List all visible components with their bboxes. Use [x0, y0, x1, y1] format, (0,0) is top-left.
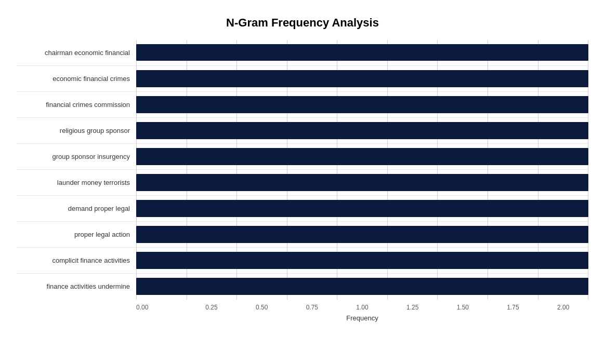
- bar-fill: [136, 70, 588, 87]
- table-row: group sponsor insurgency: [17, 144, 588, 170]
- bar-label: financial crimes commission: [17, 101, 136, 109]
- bar-label: religious group sponsor: [17, 127, 136, 134]
- x-tick-2: 0.50: [236, 304, 287, 311]
- bar-fill: [136, 122, 588, 139]
- x-tick-0: 0.00: [136, 304, 187, 311]
- bar-label: launder money terrorists: [17, 179, 136, 186]
- x-tick-5: 1.25: [387, 304, 438, 311]
- x-axis-label: Frequency: [136, 314, 588, 322]
- bar-track: [136, 144, 588, 169]
- bar-fill: [136, 148, 588, 165]
- chart-title: N-Gram Frequency Analysis: [17, 16, 588, 30]
- table-row: finance activities undermine: [17, 274, 588, 299]
- table-row: chairman economic financial: [17, 40, 588, 66]
- bar-fill: [136, 200, 588, 217]
- bar-label: complicit finance activities: [17, 257, 136, 264]
- table-row: proper legal action: [17, 222, 588, 248]
- bar-fill: [136, 252, 588, 269]
- bar-label: economic financial crimes: [17, 75, 136, 83]
- table-row: economic financial crimes: [17, 66, 588, 92]
- bar-label: group sponsor insurgency: [17, 153, 136, 160]
- bar-track: [136, 248, 588, 273]
- bar-track: [136, 92, 588, 117]
- table-row: complicit finance activities: [17, 248, 588, 274]
- table-row: financial crimes commission: [17, 92, 588, 118]
- bar-fill: [136, 278, 588, 295]
- bar-track: [136, 196, 588, 221]
- bar-fill: [136, 44, 588, 61]
- bar-track: [136, 66, 588, 91]
- x-tick-4: 1.00: [337, 304, 388, 311]
- bar-fill: [136, 96, 588, 113]
- chart-area: chairman economic financial economic fin…: [17, 40, 588, 300]
- bar-fill: [136, 174, 588, 191]
- bar-track: [136, 222, 588, 247]
- bar-fill: [136, 226, 588, 243]
- x-tick-7: 1.75: [488, 304, 538, 311]
- x-axis: 0.00 0.25 0.50 0.75 1.00 1.25 1.50 1.75 …: [136, 304, 588, 311]
- bar-track: [136, 274, 588, 299]
- bar-track: [136, 40, 588, 65]
- x-tick-6: 1.50: [438, 304, 488, 311]
- chart-container: N-Gram Frequency Analysis chairman econo…: [6, 6, 599, 359]
- x-tick-1: 0.25: [187, 304, 237, 311]
- bar-track: [136, 118, 588, 143]
- bar-label: finance activities undermine: [17, 282, 136, 290]
- table-row: religious group sponsor: [17, 118, 588, 144]
- x-tick-8: 2.00: [538, 304, 588, 311]
- table-row: demand proper legal: [17, 196, 588, 222]
- table-row: launder money terrorists: [17, 170, 588, 196]
- bar-label: demand proper legal: [17, 205, 136, 212]
- bar-label: proper legal action: [17, 231, 136, 238]
- x-tick-3: 0.75: [287, 304, 337, 311]
- bar-label: chairman economic financial: [17, 49, 136, 57]
- bar-track: [136, 170, 588, 195]
